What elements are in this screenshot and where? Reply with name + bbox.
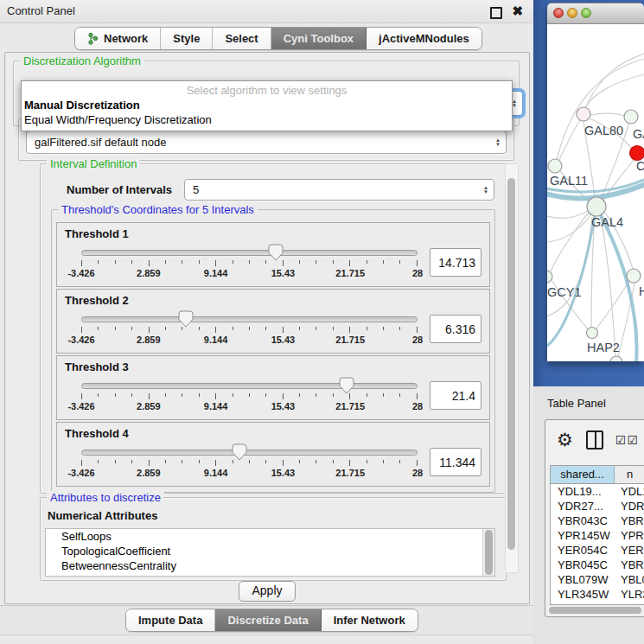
tab-select[interactable]: Select — [213, 28, 271, 49]
tab-impute-data[interactable]: Impute Data — [126, 609, 215, 631]
number-of-intervals-combobox[interactable]: 5 ▲▼ — [184, 179, 494, 201]
apply-button[interactable]: Apply — [239, 581, 296, 602]
checkbox-icons[interactable]: ☑☑ — [615, 433, 639, 447]
node-hap2 — [587, 328, 598, 339]
bottom-tab-bar: Impute DataDiscretize DataInfer Network — [125, 609, 418, 632]
node-label: H — [639, 284, 644, 298]
threshold-label: Threshold 1 — [57, 223, 489, 240]
slider-tick-labels: -3.4262.8599.14415.4321.71528 — [81, 468, 418, 480]
table-row[interactable]: YPR145WYPR1 — [551, 528, 644, 543]
slider-tick-labels: -3.4262.8599.14415.4321.71528 — [81, 401, 418, 413]
slider-thumb-icon[interactable] — [268, 244, 284, 261]
combo-arrows-icon: ▲▼ — [495, 138, 501, 147]
table-horizontal-scrollbar[interactable] — [548, 606, 644, 615]
tab-style[interactable]: Style — [161, 28, 213, 49]
gear-icon[interactable]: ⚙ — [557, 430, 573, 450]
column-layout-icon[interactable] — [586, 430, 603, 450]
table-row[interactable]: YLR345WYLR3 — [551, 587, 644, 602]
column-header-shared[interactable]: shared... — [551, 466, 615, 483]
tick-label: 15.43 — [271, 268, 296, 278]
tick-label: -3.426 — [67, 468, 94, 478]
threshold-value-input[interactable]: 21.4 — [430, 381, 481, 410]
node-label: GAL4 — [591, 215, 623, 229]
network-canvas[interactable]: GAL80 GA C GAL11 GAL4 GCY1 H HAP2 — [547, 24, 644, 361]
slider-thumb-icon[interactable] — [178, 310, 194, 328]
content-vertical-scrollbar[interactable] — [505, 163, 519, 573]
zoom-traffic-light-icon[interactable] — [581, 8, 591, 18]
slider-track[interactable] — [81, 316, 418, 322]
threshold-slider[interactable]: -3.4262.8599.14415.4321.71528 — [57, 442, 430, 483]
cell-name: YER0 — [614, 543, 644, 558]
table-header-row: shared... n — [551, 466, 644, 484]
close-traffic-light-icon[interactable] — [553, 8, 564, 18]
cell-name: YIL0 — [614, 602, 644, 605]
column-header-name[interactable]: n — [615, 466, 644, 483]
cell-shared-name: YIL052C — [551, 602, 614, 605]
minimize-traffic-light-icon[interactable] — [567, 8, 577, 18]
table-row[interactable]: YDR27...YDR2 — [551, 499, 644, 513]
tick-label: 15.43 — [271, 468, 296, 478]
slider-ticks — [81, 260, 418, 266]
slider-tick-labels: -3.4262.8599.14415.4321.71528 — [81, 268, 418, 280]
threshold-label: Threshold 3 — [57, 356, 489, 373]
slider-thumb-icon[interactable] — [339, 377, 354, 394]
cell-name: YBR0 — [614, 558, 644, 572]
close-icon[interactable]: ✖ — [512, 3, 523, 19]
tab-discretize-data[interactable]: Discretize Data — [215, 609, 321, 631]
node-gcy1 — [547, 271, 552, 283]
dropdown-option-equal-width[interactable]: Equal Width/Frequency Discretization — [22, 112, 512, 127]
slider-track[interactable] — [81, 450, 418, 456]
threshold-panel: Threshold 1-3.4262.8599.14415.4321.71528… — [56, 222, 490, 287]
tick-label: 2.859 — [137, 401, 161, 411]
list-item[interactable]: TopologicalCoefficient — [46, 544, 494, 558]
tab-network[interactable]: Network — [75, 28, 161, 49]
threshold-value-input[interactable]: 11.344 — [430, 448, 481, 476]
tick-label: 9.144 — [204, 401, 228, 411]
tab-cyni-toolbox[interactable]: Cyni Toolbox — [271, 28, 367, 49]
table-row[interactable]: YDL19...YDL1 — [551, 484, 644, 499]
top-tab-bar: NetworkStyleSelectCyni ToolboxjActiveMNo… — [74, 27, 482, 50]
slider-ticks — [81, 327, 418, 333]
tick-label: 2.859 — [137, 335, 161, 345]
numerical-attributes-list[interactable]: SelfLoopsTopologicalCoefficientBetweenne… — [45, 528, 495, 577]
cell-name: YDL1 — [614, 484, 644, 499]
table-data-combobox[interactable]: galFiltered.sif default node ▲▼ — [26, 131, 507, 154]
slider-track[interactable] — [81, 250, 418, 256]
tab-infer-network[interactable]: Infer Network — [322, 609, 418, 631]
number-of-intervals-value: 5 — [193, 183, 199, 196]
tick-label: 15.43 — [271, 401, 296, 411]
list-item[interactable]: SelfLoops — [46, 529, 494, 544]
threshold-value-input[interactable]: 14.713 — [430, 248, 481, 277]
group-title: Discretization Algorithm — [20, 54, 144, 67]
table-row[interactable]: YBR043CYBR0 — [551, 513, 644, 528]
list-vertical-scrollbar[interactable] — [482, 529, 494, 576]
tick-label: 21.715 — [335, 401, 365, 411]
table-row[interactable]: YER054CYER0 — [551, 543, 644, 558]
slider-thumb-icon[interactable] — [232, 443, 247, 461]
threshold-slider[interactable]: -3.4262.8599.14415.4321.71528 — [57, 309, 430, 350]
group-title: Threshold's Coordinates for 5 Intervals — [58, 203, 258, 216]
table-row[interactable]: YIL052CYIL0 — [551, 602, 644, 605]
list-item[interactable]: BetweennessCentrality — [46, 558, 494, 573]
threshold-value-input[interactable]: 6.316 — [430, 315, 481, 343]
float-window-icon[interactable] — [490, 7, 502, 19]
slider-ticks — [81, 460, 418, 466]
cell-shared-name: YBL079W — [551, 572, 614, 587]
numerical-attributes-label: Numerical Attributes — [48, 509, 506, 522]
tab-jactivemnodules[interactable]: jActiveMNodules — [367, 28, 481, 49]
tick-label: 15.43 — [271, 335, 296, 345]
node-label: HAP2 — [587, 341, 620, 354]
threshold-slider[interactable]: -3.4262.8599.14415.4321.71528 — [57, 375, 430, 417]
tick-label: 9.144 — [204, 335, 228, 345]
cell-name: YLR3 — [614, 587, 644, 602]
slider-track[interactable] — [81, 383, 418, 389]
threshold-slider[interactable]: -3.4262.8599.14415.4321.71528 — [57, 242, 430, 284]
table-row[interactable]: YBL079WYBL0 — [551, 572, 644, 587]
tick-label: 2.859 — [137, 268, 161, 278]
table-row[interactable]: YBR045CYBR0 — [551, 558, 644, 572]
tick-label: -3.426 — [67, 401, 94, 411]
tick-label: 9.144 — [204, 268, 228, 278]
cyni-toolbox-content: Discretization Algorithm ▲▼ Select algor… — [4, 52, 530, 604]
dropdown-option-manual[interactable]: Manual Discretization — [22, 98, 512, 112]
cell-name: YBR0 — [614, 513, 644, 528]
